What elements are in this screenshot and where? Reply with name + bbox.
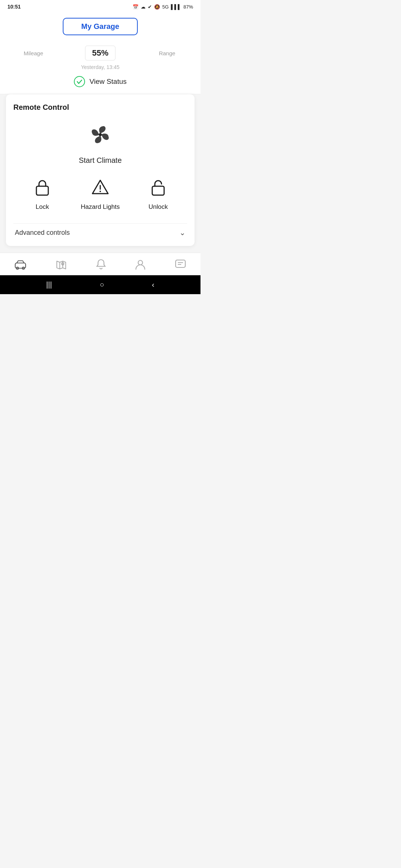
stats-row: Mileage 55% Range: [0, 42, 200, 60]
mileage-label: Mileage: [0, 50, 67, 56]
lock-label: Lock: [36, 203, 49, 211]
view-status-row[interactable]: View Status: [0, 73, 200, 94]
map-icon: [56, 259, 67, 270]
check-svg: [76, 78, 83, 85]
climate-pinwheel-icon: [87, 121, 114, 148]
timestamp-row: Yesterday, 13:45: [0, 60, 200, 73]
svg-rect-13: [176, 260, 185, 267]
android-menu-button[interactable]: |||: [46, 280, 52, 289]
remote-control-title: Remote Control: [13, 103, 187, 112]
hazard-icon: [91, 179, 109, 198]
controls-row: Lock Hazard Lights Unlock: [13, 175, 187, 214]
nav-map[interactable]: [56, 259, 67, 270]
view-status-label[interactable]: View Status: [89, 78, 127, 86]
calendar-icon: 📅: [133, 4, 138, 10]
android-home-button[interactable]: ○: [100, 280, 104, 289]
status-time: 10:51: [7, 4, 21, 10]
bell-muted-icon: 🔕: [154, 4, 160, 10]
svg-rect-5: [152, 186, 164, 195]
nav-messages[interactable]: [175, 259, 186, 270]
bottom-nav: [0, 253, 200, 275]
range-label: Range: [134, 50, 200, 56]
chevron-down-icon: ⌄: [179, 228, 186, 237]
android-nav-bar: ||| ○ ‹: [0, 275, 200, 294]
status-bar: 10:51 📅 ☁ ✔ 🔕 5G ▌▌▌ 87%: [0, 0, 200, 12]
nav-profile[interactable]: [135, 259, 146, 270]
nav-notifications[interactable]: [96, 259, 106, 270]
remote-control-card: Remote Control Start Climate: [6, 94, 195, 246]
car-icon: [14, 259, 26, 270]
status-icons: 📅 ☁ ✔ 🔕 5G ▌▌▌ 87%: [133, 4, 193, 10]
network-bars-icon: ▌▌▌: [171, 4, 181, 10]
svg-point-12: [138, 260, 143, 265]
bell-icon: [96, 259, 106, 270]
chat-icon: [175, 259, 186, 270]
signal-icon: 5G: [162, 4, 169, 10]
lock-button[interactable]: Lock: [13, 175, 71, 214]
battery-icon: 87%: [183, 4, 193, 10]
battery-percent-box: 55%: [85, 46, 115, 60]
unlock-button[interactable]: Unlock: [129, 175, 187, 214]
cloud-icon: ☁: [141, 4, 146, 10]
person-icon: [135, 259, 146, 270]
unlock-label: Unlock: [149, 203, 168, 211]
my-garage-button[interactable]: My Garage: [63, 18, 138, 35]
check-icon: ✔: [148, 4, 152, 10]
battery-percent-value: 55%: [92, 48, 108, 57]
nav-car[interactable]: [14, 259, 26, 270]
battery-percent-container: 55%: [67, 46, 134, 60]
advanced-controls-row[interactable]: Advanced controls ⌄: [13, 223, 187, 239]
hazard-label: Hazard Lights: [81, 203, 120, 211]
lock-icon: [35, 179, 50, 198]
status-check-icon: [74, 76, 85, 87]
advanced-controls-label: Advanced controls: [15, 229, 70, 237]
hazard-button[interactable]: Hazard Lights: [71, 175, 129, 214]
start-climate-label: Start Climate: [79, 156, 122, 165]
svg-point-0: [99, 133, 102, 136]
timestamp-text: Yesterday, 13:45: [81, 64, 120, 70]
svg-rect-1: [36, 186, 48, 195]
svg-point-4: [100, 191, 101, 192]
unlock-icon: [150, 179, 166, 198]
header: My Garage: [0, 12, 200, 42]
start-climate-section[interactable]: Start Climate: [13, 121, 187, 165]
android-back-button[interactable]: ‹: [152, 280, 154, 289]
climate-icon-wrap: [87, 121, 114, 149]
